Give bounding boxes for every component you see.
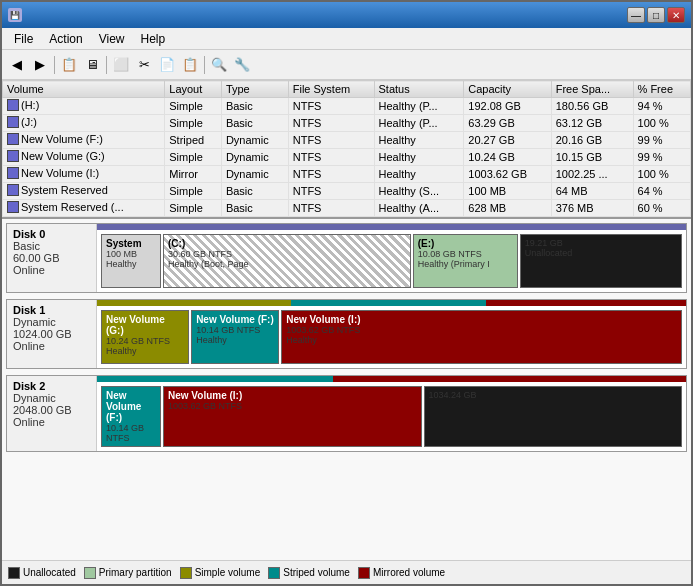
legend-label-1: Primary partition [99, 567, 172, 578]
toolbar-separator-2 [106, 56, 107, 74]
legend-icon-0 [8, 567, 20, 579]
disk-label-1: Disk 1 Dynamic 1024.00 GB Online [7, 300, 97, 368]
seg-name-0-2: (E:) [418, 238, 513, 249]
col-status[interactable]: Status [374, 81, 464, 98]
title-bar-controls: — □ ✕ [627, 7, 685, 23]
seg-size-0-0: 100 MB [106, 249, 156, 259]
seg-status-0-3: Unallocated [525, 248, 677, 258]
volume-table: Volume Layout Type File System Status Ca… [2, 80, 691, 217]
volume-name: (J:) [21, 116, 37, 128]
legend-label-2: Simple volume [195, 567, 261, 578]
volume-icon [7, 184, 19, 196]
table-row[interactable]: New Volume (G:)SimpleDynamicNTFSHealthy1… [3, 149, 691, 166]
main-window: 💾 — □ ✕ File Action View Help ◀ ▶ 📋 🖥 ⬜ … [0, 0, 693, 586]
volume-name: System Reserved [21, 184, 108, 196]
toolbar-btn-3[interactable]: 📋 [58, 54, 80, 76]
toolbar-separator-3 [204, 56, 205, 74]
toolbar-separator-1 [54, 56, 55, 74]
legend-item-3: Striped volume [268, 567, 350, 579]
toolbar-btn-8[interactable]: 📋 [179, 54, 201, 76]
volume-table-area[interactable]: Volume Layout Type File System Status Ca… [2, 80, 691, 219]
seg-size-2-0: 10.14 GB NTFS [106, 423, 156, 443]
seg-size-0-1: 30.60 GB NTFS [168, 249, 406, 259]
table-row[interactable]: New Volume (I:)MirrorDynamicNTFSHealthy1… [3, 166, 691, 183]
menu-action[interactable]: Action [41, 30, 90, 48]
toolbar-btn-9[interactable]: 🔍 [208, 54, 230, 76]
table-row[interactable]: (J:)SimpleBasicNTFSHealthy (P...63.29 GB… [3, 115, 691, 132]
disk-size-0: 60.00 GB [13, 252, 90, 264]
disk-segment-2-0[interactable]: New Volume (F:)10.14 GB NTFS [101, 386, 161, 447]
disk-wrapper-1: New Volume (G:)10.24 GB NTFSHealthyNew V… [97, 300, 686, 368]
seg-size-1-1: 10.14 GB NTFS [196, 325, 274, 335]
toolbar-btn-10[interactable]: 🔧 [231, 54, 253, 76]
seg-size-0-2: 10.08 GB NTFS [418, 249, 513, 259]
disk-row-2: Disk 2 Dynamic 2048.00 GB Online New Vol… [6, 375, 687, 452]
close-button[interactable]: ✕ [667, 7, 685, 23]
seg-status-0-2: Healthy (Primary I [418, 259, 513, 269]
disk-segment-0-1[interactable]: (C:)30.60 GB NTFSHealthy (Boot, Page [163, 234, 411, 288]
legend: UnallocatedPrimary partitionSimple volum… [2, 560, 691, 584]
volume-icon [7, 116, 19, 128]
legend-item-2: Simple volume [180, 567, 261, 579]
disk-segment-0-3[interactable]: 19.21 GBUnallocated [520, 234, 682, 288]
disk-size-2: 2048.00 GB [13, 404, 90, 416]
disk-wrapper-0: System100 MBHealthy(C:)30.60 GB NTFSHeal… [97, 224, 686, 292]
disk-row-0: Disk 0 Basic 60.00 GB Online System100 M… [6, 223, 687, 293]
table-row[interactable]: New Volume (F:)StripedDynamicNTFSHealthy… [3, 132, 691, 149]
col-type[interactable]: Type [221, 81, 288, 98]
seg-size-0-3: 19.21 GB [525, 238, 677, 248]
legend-label-3: Striped volume [283, 567, 350, 578]
toolbar-btn-7[interactable]: 📄 [156, 54, 178, 76]
col-capacity[interactable]: Capacity [464, 81, 551, 98]
disk-status-2: Online [13, 416, 90, 428]
disk-segment-0-2[interactable]: (E:)10.08 GB NTFSHealthy (Primary I [413, 234, 518, 288]
title-bar: 💾 — □ ✕ [2, 2, 691, 28]
seg-size-2-1: 1003.62 GB NTFS [168, 401, 417, 411]
disk-segment-2-2[interactable]: 1034.24 GB [424, 386, 683, 447]
legend-item-1: Primary partition [84, 567, 172, 579]
seg-size-1-2: 1003.62 GB NTFS [286, 325, 677, 335]
disk-segment-1-0[interactable]: New Volume (G:)10.24 GB NTFSHealthy [101, 310, 189, 364]
disk-name-2: Disk 2 [13, 380, 90, 392]
legend-item-0: Unallocated [8, 567, 76, 579]
seg-name-1-2: New Volume (I:) [286, 314, 677, 325]
disk-segment-0-0[interactable]: System100 MBHealthy [101, 234, 161, 288]
col-volume[interactable]: Volume [3, 81, 165, 98]
menu-file[interactable]: File [6, 30, 41, 48]
toolbar-btn-6[interactable]: ✂ [133, 54, 155, 76]
table-row[interactable]: (H:)SimpleBasicNTFSHealthy (P...192.08 G… [3, 98, 691, 115]
table-row[interactable]: System ReservedSimpleBasicNTFSHealthy (S… [3, 183, 691, 200]
table-row[interactable]: System Reserved (...SimpleBasicNTFSHealt… [3, 200, 691, 217]
legend-icon-4 [358, 567, 370, 579]
menu-help[interactable]: Help [133, 30, 174, 48]
app-icon: 💾 [8, 8, 22, 22]
disk-type-2: Dynamic [13, 392, 90, 404]
minimize-button[interactable]: — [627, 7, 645, 23]
col-layout[interactable]: Layout [165, 81, 222, 98]
disk-segment-2-1[interactable]: New Volume (I:)1003.62 GB NTFS [163, 386, 422, 447]
toolbar-btn-4[interactable]: 🖥 [81, 54, 103, 76]
disk-size-1: 1024.00 GB [13, 328, 90, 340]
volume-icon [7, 150, 19, 162]
menu-view[interactable]: View [91, 30, 133, 48]
volume-icon [7, 99, 19, 111]
volume-icon [7, 133, 19, 145]
disk-visual-area[interactable]: Disk 0 Basic 60.00 GB Online System100 M… [2, 219, 691, 560]
col-freespace[interactable]: Free Spa... [551, 81, 633, 98]
seg-status-1-1: Healthy [196, 335, 274, 345]
back-button[interactable]: ◀ [6, 54, 28, 76]
col-filesystem[interactable]: File System [288, 81, 374, 98]
volume-icon [7, 201, 19, 213]
maximize-button[interactable]: □ [647, 7, 665, 23]
col-freepct[interactable]: % Free [633, 81, 690, 98]
volume-name: New Volume (I:) [21, 167, 99, 179]
seg-name-0-0: System [106, 238, 156, 249]
seg-name-2-0: New Volume (F:) [106, 390, 156, 423]
legend-label-0: Unallocated [23, 567, 76, 578]
forward-button[interactable]: ▶ [29, 54, 51, 76]
disk-label-2: Disk 2 Dynamic 2048.00 GB Online [7, 376, 97, 451]
toolbar-btn-5[interactable]: ⬜ [110, 54, 132, 76]
disk-segment-1-1[interactable]: New Volume (F:)10.14 GB NTFSHealthy [191, 310, 279, 364]
toolbar: ◀ ▶ 📋 🖥 ⬜ ✂ 📄 📋 🔍 🔧 [2, 50, 691, 80]
disk-segment-1-2[interactable]: New Volume (I:)1003.62 GB NTFSHealthy [281, 310, 682, 364]
